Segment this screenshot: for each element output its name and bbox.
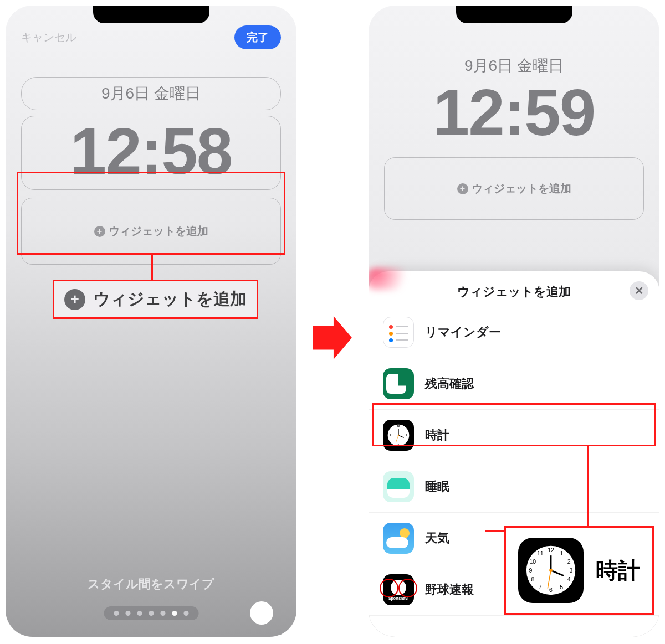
notch bbox=[93, 6, 209, 23]
clock-app-icon: 12369 bbox=[383, 420, 414, 451]
plus-circle-icon: + bbox=[94, 226, 105, 237]
cancel-button[interactable]: キャンセル bbox=[21, 30, 76, 45]
balance-app-icon bbox=[383, 368, 414, 399]
date-field[interactable]: 9月6日 金曜日 bbox=[384, 55, 644, 76]
page-dot bbox=[149, 611, 154, 616]
page-dot bbox=[125, 611, 130, 616]
sheet-title: ウィジェットを追加 bbox=[457, 284, 571, 300]
reminders-app-icon bbox=[383, 317, 414, 348]
svg-text:4: 4 bbox=[567, 576, 571, 583]
clock-display[interactable]: 12:58 bbox=[21, 116, 281, 190]
close-button[interactable]: ✕ bbox=[630, 281, 648, 300]
plus-circle-icon: + bbox=[64, 289, 85, 310]
svg-text:3: 3 bbox=[570, 567, 573, 574]
svg-text:5: 5 bbox=[560, 584, 563, 590]
widget-picker-sheet: ウィジェットを追加 ✕ リマインダー 残高確認 12369 bbox=[369, 271, 659, 637]
weather-app-icon bbox=[383, 523, 414, 554]
svg-marker-0 bbox=[313, 316, 352, 359]
annotation-callout-add-widget: + ウィジェットを追加 bbox=[53, 280, 258, 319]
svg-point-26 bbox=[549, 569, 553, 572]
arrow-right-icon bbox=[313, 316, 352, 360]
close-icon: ✕ bbox=[635, 284, 644, 297]
annotation-connector bbox=[587, 446, 589, 532]
widget-row-label: リマインダー bbox=[425, 324, 501, 341]
svg-text:12: 12 bbox=[548, 547, 554, 553]
page-dot bbox=[183, 611, 188, 616]
svg-text:6: 6 bbox=[549, 586, 553, 593]
svg-text:9: 9 bbox=[529, 567, 533, 574]
plus-circle-icon: + bbox=[457, 183, 468, 194]
swipe-hint-label: スタイル間をスワイプ bbox=[6, 576, 296, 593]
clock-app-icon: 12 1 2 3 4 5 6 7 8 9 10 11 bbox=[518, 538, 584, 603]
widget-row-sleep[interactable]: 睡眠 bbox=[369, 461, 659, 513]
done-button[interactable]: 完了 bbox=[234, 25, 281, 49]
right-phone-screen: 9月6日 金曜日 12:59 + ウィジェットを追加 ウィジェットを追加 ✕ リ… bbox=[369, 6, 659, 637]
baseball-app-icon: Sportsnavi bbox=[383, 574, 414, 605]
notch bbox=[456, 6, 572, 23]
add-widget-label: ウィジェットを追加 bbox=[109, 224, 208, 239]
svg-text:1: 1 bbox=[560, 550, 563, 557]
date-field[interactable]: 9月6日 金曜日 bbox=[21, 77, 281, 110]
page-dot bbox=[137, 611, 142, 616]
add-widget-area[interactable]: + ウィジェットを追加 bbox=[384, 157, 644, 220]
callout-clock-label: 時計 bbox=[596, 555, 640, 586]
page-dot-active bbox=[172, 611, 177, 616]
widget-row-label: 天気 bbox=[425, 530, 449, 547]
page-dot bbox=[160, 611, 165, 616]
sleep-app-icon bbox=[383, 471, 414, 502]
svg-text:8: 8 bbox=[531, 576, 534, 583]
callout-add-widget-label: ウィジェットを追加 bbox=[93, 288, 247, 311]
svg-text:10: 10 bbox=[529, 558, 536, 565]
page-indicator[interactable] bbox=[104, 606, 198, 620]
page-dot bbox=[114, 611, 119, 616]
widget-row-label: 睡眠 bbox=[425, 478, 449, 495]
color-swatch-indicator[interactable] bbox=[250, 601, 273, 625]
svg-point-9 bbox=[398, 435, 400, 436]
widget-row-label: 野球速報 bbox=[425, 581, 474, 598]
widget-row-clock[interactable]: 12369 時計 bbox=[369, 410, 659, 461]
widget-row-reminders[interactable]: リマインダー bbox=[369, 307, 659, 358]
widget-row-balance[interactable]: 残高確認 bbox=[369, 358, 659, 410]
annotation-connector bbox=[151, 255, 153, 280]
clock-display[interactable]: 12:59 bbox=[384, 80, 644, 145]
svg-text:2: 2 bbox=[567, 558, 571, 565]
widget-row-label: 残高確認 bbox=[425, 375, 474, 392]
add-widget-label: ウィジェットを追加 bbox=[472, 181, 571, 196]
svg-text:7: 7 bbox=[539, 584, 542, 590]
annotation-callout-clock: 12 1 2 3 4 5 6 7 8 9 10 11 bbox=[504, 526, 654, 615]
widget-row-label: 時計 bbox=[425, 427, 449, 444]
svg-text:12: 12 bbox=[397, 425, 400, 427]
left-phone-screen: キャンセル 完了 9月6日 金曜日 12:58 + ウィジェットを追加 + ウィ… bbox=[6, 6, 296, 637]
svg-text:11: 11 bbox=[537, 550, 544, 557]
